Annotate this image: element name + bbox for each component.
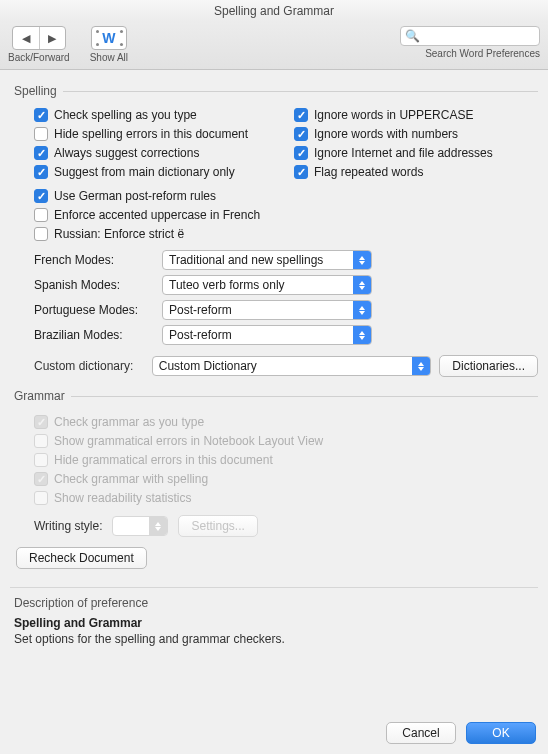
opt-french-accented[interactable]: Enforce accented uppercase in French bbox=[34, 208, 538, 222]
back-forward-label: Back/Forward bbox=[8, 52, 70, 63]
label: Suggest from main dictionary only bbox=[54, 165, 235, 179]
show-all-label: Show All bbox=[90, 52, 128, 63]
label: Use German post-reform rules bbox=[54, 189, 216, 203]
label: Show readability statistics bbox=[54, 491, 191, 505]
label: Hide spelling errors in this document bbox=[54, 127, 248, 141]
label: Show grammatical errors in Notebook Layo… bbox=[54, 434, 323, 448]
checkbox[interactable] bbox=[294, 108, 308, 122]
label: Check spelling as you type bbox=[54, 108, 197, 122]
checkbox[interactable] bbox=[34, 165, 48, 179]
writing-style-select bbox=[112, 516, 168, 536]
label: Flag repeated words bbox=[314, 165, 423, 179]
search-box[interactable]: 🔍 bbox=[400, 26, 540, 46]
opt-hide-grammar: Hide grammatical errors in this document bbox=[34, 453, 538, 467]
back-button[interactable]: ◀ bbox=[13, 27, 39, 49]
label: Enforce accented uppercase in French bbox=[54, 208, 260, 222]
checkbox[interactable] bbox=[34, 127, 48, 141]
checkbox bbox=[34, 415, 48, 429]
brazilian-modes-select[interactable]: Post-reform bbox=[162, 325, 372, 345]
writing-style-label: Writing style: bbox=[34, 519, 102, 533]
checkbox bbox=[34, 453, 48, 467]
window-title: Spelling and Grammar bbox=[0, 0, 548, 22]
chevron-updown-icon bbox=[149, 517, 167, 535]
opt-check-grammar-type: Check grammar as you type bbox=[34, 415, 538, 429]
grammar-group-label: Grammar bbox=[14, 389, 538, 403]
description-text: Set options for the spelling and grammar… bbox=[14, 632, 534, 646]
spanish-modes-label: Spanish Modes: bbox=[34, 278, 154, 292]
dictionaries-button[interactable]: Dictionaries... bbox=[439, 355, 538, 377]
checkbox[interactable] bbox=[294, 165, 308, 179]
opt-hide-spelling-errors[interactable]: Hide spelling errors in this document bbox=[34, 127, 278, 141]
french-modes-select[interactable]: Traditional and new spellings bbox=[162, 250, 372, 270]
custom-dictionary-label: Custom dictionary: bbox=[34, 359, 144, 373]
portuguese-modes-select[interactable]: Post-reform bbox=[162, 300, 372, 320]
checkbox bbox=[34, 491, 48, 505]
select-value: Custom Dictionary bbox=[159, 359, 257, 373]
label: Always suggest corrections bbox=[54, 146, 199, 160]
show-all-group: W Show All bbox=[90, 26, 128, 63]
search-input[interactable] bbox=[424, 30, 535, 42]
opt-flag-repeated[interactable]: Flag repeated words bbox=[294, 165, 538, 179]
french-modes-label: French Modes: bbox=[34, 253, 154, 267]
footer: Cancel OK bbox=[0, 712, 548, 754]
checkbox[interactable] bbox=[34, 146, 48, 160]
checkbox bbox=[34, 472, 48, 486]
opt-ignore-internet[interactable]: Ignore Internet and file addresses bbox=[294, 146, 538, 160]
opt-german-post-reform[interactable]: Use German post-reform rules bbox=[34, 189, 538, 203]
description-heading: Description of preference bbox=[10, 596, 538, 610]
label: Check grammar with spelling bbox=[54, 472, 208, 486]
portuguese-modes-label: Portuguese Modes: bbox=[34, 303, 154, 317]
recheck-document-button[interactable]: Recheck Document bbox=[16, 547, 147, 569]
checkbox[interactable] bbox=[294, 127, 308, 141]
opt-readability: Show readability statistics bbox=[34, 491, 538, 505]
label: Hide grammatical errors in this document bbox=[54, 453, 273, 467]
opt-ignore-numbers[interactable]: Ignore words with numbers bbox=[294, 127, 538, 141]
brazilian-modes-label: Brazilian Modes: bbox=[34, 328, 154, 342]
forward-button[interactable]: ▶ bbox=[39, 27, 65, 49]
opt-check-spelling[interactable]: Check spelling as you type bbox=[34, 108, 278, 122]
checkbox[interactable] bbox=[294, 146, 308, 160]
checkbox[interactable] bbox=[34, 208, 48, 222]
select-value: Post-reform bbox=[169, 303, 232, 317]
opt-main-dictionary[interactable]: Suggest from main dictionary only bbox=[34, 165, 278, 179]
spelling-group-label: Spelling bbox=[14, 84, 538, 98]
label: Russian: Enforce strict ё bbox=[54, 227, 184, 241]
opt-ignore-uppercase[interactable]: Ignore words in UPPERCASE bbox=[294, 108, 538, 122]
search-caption: Search Word Preferences bbox=[425, 48, 540, 59]
opt-check-grammar-spelling: Check grammar with spelling bbox=[34, 472, 538, 486]
checkbox[interactable] bbox=[34, 108, 48, 122]
checkbox bbox=[34, 434, 48, 448]
settings-button: Settings... bbox=[178, 515, 257, 537]
label: Ignore Internet and file addresses bbox=[314, 146, 493, 160]
description-title: Spelling and Grammar bbox=[14, 616, 534, 630]
label: Check grammar as you type bbox=[54, 415, 204, 429]
grammar-group-text: Grammar bbox=[14, 389, 65, 403]
opt-always-suggest[interactable]: Always suggest corrections bbox=[34, 146, 278, 160]
opt-show-grammar-notebook: Show grammatical errors in Notebook Layo… bbox=[34, 434, 538, 448]
chevron-updown-icon bbox=[412, 357, 430, 375]
chevron-updown-icon bbox=[353, 326, 371, 344]
back-forward-group: ◀ ▶ Back/Forward bbox=[8, 26, 70, 63]
label: Ignore words with numbers bbox=[314, 127, 458, 141]
label: Ignore words in UPPERCASE bbox=[314, 108, 473, 122]
select-value: Tuteo verb forms only bbox=[169, 278, 285, 292]
show-all-icon[interactable]: W bbox=[91, 26, 127, 50]
checkbox[interactable] bbox=[34, 227, 48, 241]
divider bbox=[10, 587, 538, 588]
spanish-modes-select[interactable]: Tuteo verb forms only bbox=[162, 275, 372, 295]
search-icon: 🔍 bbox=[405, 29, 420, 43]
select-value: Traditional and new spellings bbox=[169, 253, 323, 267]
chevron-updown-icon bbox=[353, 301, 371, 319]
chevron-updown-icon bbox=[353, 251, 371, 269]
ok-button[interactable]: OK bbox=[466, 722, 536, 744]
cancel-button[interactable]: Cancel bbox=[386, 722, 456, 744]
opt-russian-strict[interactable]: Russian: Enforce strict ё bbox=[34, 227, 538, 241]
checkbox[interactable] bbox=[34, 189, 48, 203]
spelling-group-text: Spelling bbox=[14, 84, 57, 98]
toolbar: ◀ ▶ Back/Forward W Show All 🔍 Search Wor… bbox=[0, 22, 548, 70]
select-value: Post-reform bbox=[169, 328, 232, 342]
nav-buttons: ◀ ▶ bbox=[12, 26, 66, 50]
custom-dictionary-select[interactable]: Custom Dictionary bbox=[152, 356, 432, 376]
chevron-updown-icon bbox=[353, 276, 371, 294]
